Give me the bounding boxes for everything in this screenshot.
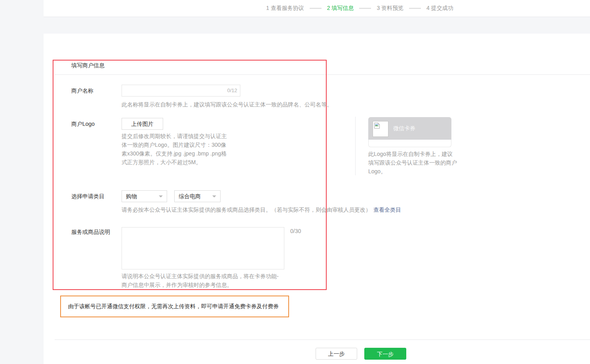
- category-primary-select[interactable]: 购物: [122, 190, 167, 202]
- step-success: 4 提交成功: [426, 5, 453, 12]
- category-secondary-value: 综合电商: [179, 193, 201, 199]
- category-secondary-select[interactable]: 综合电商: [174, 190, 221, 202]
- preview-hint: 此Logo将显示在自制卡券上，建议填写跟该公众号认证主体一致的商户Logo。: [368, 150, 457, 176]
- notice-text: 由于该帐号已开通微信支付权限，无需再次上传资料，即可申请开通免费卡券及付费券: [68, 303, 279, 310]
- section-divider: [55, 74, 590, 75]
- description-textarea[interactable]: [122, 227, 284, 269]
- step-view-agreement: 1 查看服务协议: [266, 5, 304, 12]
- step-connector: [409, 8, 421, 9]
- merchant-name-input[interactable]: [122, 85, 240, 97]
- chevron-down-icon: [159, 195, 163, 197]
- merchant-logo-hint: 提交后修改周期较长，请谨慎提交与认证主体一致的商户Logo。图片建议尺寸：300…: [122, 132, 228, 167]
- merchant-logo-label: 商户Logo: [71, 118, 95, 130]
- logo-placeholder-box: [373, 121, 388, 137]
- chevron-down-icon: [212, 195, 216, 197]
- next-step-button[interactable]: 下一步: [364, 348, 406, 360]
- top-bar: 1 查看服务协议 2 填写信息 3 资料预览 4 提交成功: [44, 0, 590, 17]
- upload-image-button[interactable]: 上传图片: [122, 118, 163, 130]
- description-hint-line2: 商户信息中展示，并作为审核时的参考信息。: [122, 281, 279, 289]
- previous-step-button[interactable]: 上一步: [316, 348, 357, 360]
- description-label: 服务或商品说明: [71, 226, 110, 238]
- description-counter: 0/30: [290, 228, 301, 234]
- main-content-card: 填写商户信息 商户名称 0/12 此名称将显示在自制卡券上，建议填写跟该公众号认…: [44, 34, 590, 364]
- broken-image-icon: [374, 122, 381, 129]
- card-preview-title: 微信卡券: [393, 117, 415, 140]
- step-preview: 3 资料预览: [377, 5, 403, 12]
- card-preview-header: 微信卡券: [368, 117, 451, 140]
- merchant-name-counter: 0/12: [227, 85, 237, 97]
- card-preview: 微信卡券: [368, 117, 451, 147]
- card-preview-footer: [368, 140, 451, 147]
- merchant-name-field-wrap: 0/12: [122, 85, 240, 97]
- category-primary-value: 购物: [126, 193, 137, 199]
- category-hint-row: 请务必按本公众号认证主体实际提供的服务或商品选择类目。（若与实际不符，则会由审核…: [122, 205, 401, 214]
- merchant-name-label: 商户名称: [71, 85, 93, 97]
- category-label: 选择申请类目: [71, 190, 105, 202]
- step-fill-info: 2 填写信息: [327, 5, 354, 12]
- preview-divider: [355, 117, 356, 175]
- description-hint: 请说明本公众号认证主体实际提供的服务或商品，将在卡券功能- 商户信息中展示，并作…: [122, 272, 279, 289]
- section-title: 填写商户信息: [71, 62, 105, 69]
- wizard-stepper: 1 查看服务协议 2 填写信息 3 资料预览 4 提交成功: [266, 0, 453, 17]
- view-all-categories-link[interactable]: 查看全类目: [373, 207, 401, 213]
- footer-divider: [55, 339, 590, 340]
- step-connector: [359, 8, 371, 9]
- step-connector: [310, 8, 322, 9]
- wechat-pay-notice: 由于该帐号已开通微信支付权限，无需再次上传资料，即可申请开通免费卡券及付费券: [60, 296, 289, 317]
- description-hint-line1: 请说明本公众号认证主体实际提供的服务或商品，将在卡券功能-: [122, 272, 279, 281]
- merchant-name-hint: 此名称将显示在自制卡券上，建议填写跟该公众号认证主体一致的品牌名、公司名等。: [122, 100, 332, 109]
- category-hint: 请务必按本公众号认证主体实际提供的服务或商品选择类目。（若与实际不符，则会由审核…: [122, 207, 371, 213]
